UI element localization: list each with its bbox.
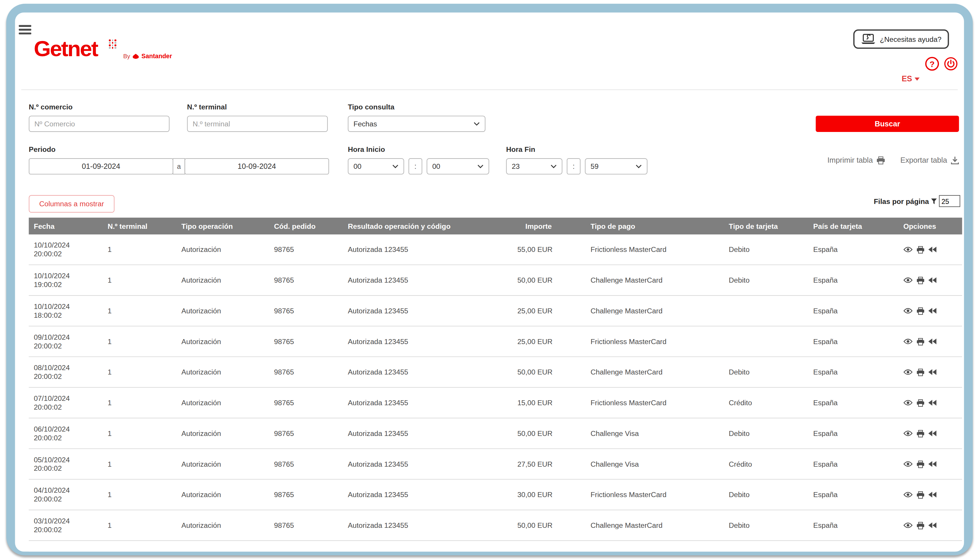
hora-fin-minute-select[interactable]: 59 (585, 158, 647, 175)
view-eye-icon[interactable] (903, 338, 912, 344)
cell-tipo-pago: Frictionless MasterCard (585, 246, 724, 253)
cell-importe: 25,00 EUR (517, 338, 585, 345)
view-eye-icon[interactable] (903, 277, 912, 283)
rewind-refund-icon[interactable] (928, 492, 937, 498)
row-actions (898, 522, 962, 530)
table-row: 10/10/2024 19:00:02 1 Autorización 98765… (29, 265, 962, 296)
fecha-date: 08/10/2024 (33, 363, 102, 372)
cell-terminal: 1 (103, 522, 177, 529)
table-row: 10/10/2024 18:00:02 1 Autorización 98765… (29, 296, 962, 327)
filas-input[interactable] (939, 195, 960, 207)
cell-resultado: Autorizada 123455 (343, 338, 517, 345)
cell-fecha: 01/10/2024 (29, 552, 102, 552)
rewind-refund-icon[interactable] (928, 522, 937, 528)
cell-tipo-operacion: Autorización (177, 522, 269, 529)
cell-tipo-pago: Challenge MasterCard (585, 307, 724, 315)
column-header: Resultado operación y código (343, 222, 517, 230)
rewind-refund-icon[interactable] (928, 338, 937, 344)
cell-importe: 27,50 EUR (517, 460, 585, 468)
print-row-icon[interactable] (916, 429, 924, 437)
hora-inicio-hour-select[interactable]: 00 (348, 158, 404, 175)
cell-tipo-pago: Frictionless MasterCard (585, 491, 724, 498)
cell-tipo-operacion: Autorización (177, 430, 269, 437)
buscar-button[interactable]: Buscar (816, 115, 959, 132)
cell-terminal: 1 (103, 368, 177, 376)
table-row: 03/10/2024 20:00:02 1 Autorización 98765… (29, 510, 962, 541)
tipo-consulta-select[interactable]: Fechas (348, 115, 485, 132)
rewind-refund-icon[interactable] (928, 247, 937, 252)
cell-resultado: Autorizada 123455 (343, 522, 517, 529)
print-row-icon[interactable] (916, 307, 924, 315)
exportar-tabla-link[interactable]: Exportar tabla (900, 156, 959, 165)
power-icon[interactable] (944, 57, 957, 71)
byline: By Santander (123, 53, 172, 60)
terminal-input[interactable] (187, 115, 328, 132)
cell-pais-tarjeta: España (808, 430, 899, 437)
row-actions (898, 399, 962, 407)
view-eye-icon[interactable] (903, 492, 912, 498)
fecha-date: 03/10/2024 (33, 516, 102, 525)
print-row-icon[interactable] (916, 245, 924, 254)
by-label: By (123, 53, 130, 60)
rewind-refund-icon[interactable] (928, 400, 937, 406)
imprimir-tabla-link[interactable]: Imprimir tabla (827, 156, 886, 165)
periodo-to-input[interactable]: 10-09-2024 (185, 158, 329, 175)
view-eye-icon[interactable] (903, 369, 912, 375)
view-eye-icon[interactable] (903, 461, 912, 467)
cell-terminal: 1 (103, 338, 177, 345)
help-button[interactable]: ¿Necesitas ayuda? (853, 29, 949, 48)
column-header: País de tarjeta (808, 222, 899, 230)
row-actions (898, 307, 962, 315)
rewind-refund-icon[interactable] (928, 430, 937, 437)
periodo-from-input[interactable]: 01-09-2024 (29, 158, 173, 175)
print-row-icon[interactable] (916, 276, 924, 284)
rewind-refund-icon[interactable] (928, 277, 937, 283)
hora-fin-hour-select[interactable]: 23 (506, 158, 562, 175)
getnet-dots-icon (109, 40, 117, 49)
view-eye-icon[interactable] (903, 308, 912, 314)
language-selector[interactable]: ES (902, 74, 920, 83)
cell-tipo-tarjeta: Debito (724, 491, 808, 498)
print-row-icon[interactable] (916, 460, 924, 468)
cell-terminal: 1 (103, 491, 177, 498)
view-eye-icon[interactable] (903, 247, 912, 252)
print-row-icon[interactable] (916, 522, 924, 530)
fecha-time: 18:00:02 (33, 311, 102, 320)
fecha-date: 09/10/2024 (33, 332, 102, 342)
cell-terminal: 1 (103, 246, 177, 253)
print-row-icon[interactable] (916, 491, 924, 499)
cell-importe: 50,00 EUR (517, 277, 585, 284)
view-eye-icon[interactable] (903, 522, 912, 528)
hora-fin-group: 23 : 59 (506, 158, 647, 175)
hora-fin-hour-value: 23 (512, 163, 519, 170)
question-icon[interactable]: ? (925, 57, 939, 71)
cell-cod-pedido: 98765 (269, 246, 343, 253)
rewind-refund-icon[interactable] (928, 369, 937, 375)
table-row: 09/10/2024 20:00:02 1 Autorización 98765… (29, 327, 962, 357)
print-row-icon[interactable] (916, 399, 924, 407)
rewind-refund-icon[interactable] (928, 308, 937, 314)
rewind-refund-icon[interactable] (928, 461, 937, 467)
cell-resultado: Autorizada 123455 (343, 277, 517, 284)
print-row-icon[interactable] (916, 368, 924, 376)
view-eye-icon[interactable] (903, 400, 912, 406)
cell-importe: 50,00 EUR (517, 368, 585, 376)
column-header: Tipo operación (177, 222, 269, 230)
menu-icon[interactable] (19, 25, 31, 36)
cell-pais-tarjeta: España (808, 399, 899, 407)
comercio-input[interactable] (29, 115, 170, 132)
fecha-date: 07/10/2024 (33, 393, 102, 403)
columnas-a-mostrar-button[interactable]: Columnas a mostrar (29, 195, 114, 213)
table-row: 05/10/2024 20:00:02 1 Autorización 98765… (29, 449, 962, 480)
cell-tipo-tarjeta: Debito (724, 522, 808, 529)
printer-icon (877, 156, 886, 164)
imprimir-label: Imprimir tabla (827, 156, 873, 165)
hora-inicio-minute-select[interactable]: 00 (427, 158, 489, 175)
tipo-consulta-label: Tipo consulta (348, 103, 394, 111)
cell-fecha: 10/10/2024 20:00:02 (29, 240, 102, 258)
print-row-icon[interactable] (916, 337, 924, 345)
cell-tipo-tarjeta: Debito (724, 277, 808, 284)
table-row: 10/10/2024 20:00:02 1 Autorización 98765… (29, 235, 962, 265)
cell-cod-pedido: 98765 (269, 491, 343, 498)
view-eye-icon[interactable] (903, 430, 912, 437)
